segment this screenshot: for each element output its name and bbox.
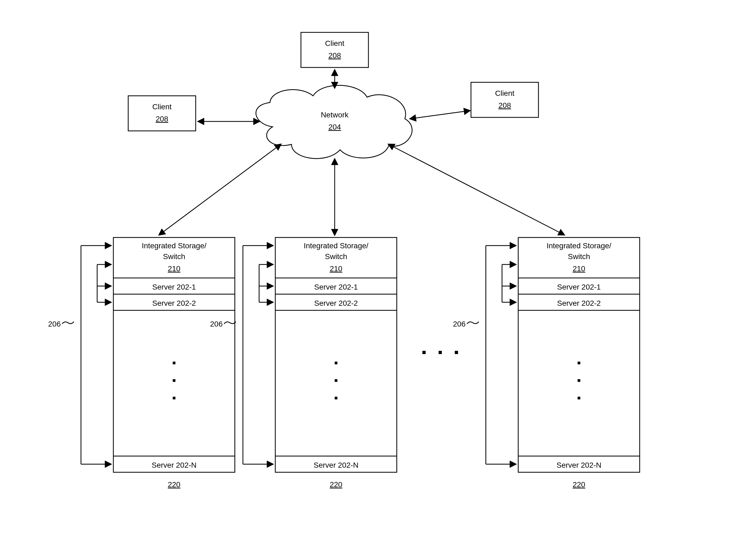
leader-tilde-icon <box>62 322 74 324</box>
ellipsis-icon <box>173 379 175 382</box>
client-top: Client 208 <box>301 32 369 68</box>
svg-rect-14 <box>439 351 442 354</box>
bus-bracket <box>81 246 111 464</box>
bus-ref: 206 <box>48 320 61 328</box>
client-label: Client <box>325 39 344 48</box>
ellipsis-icon <box>422 351 458 354</box>
switch-label: Switch <box>163 252 185 261</box>
network-label: Network <box>321 111 349 119</box>
ellipsis-icon <box>173 362 175 364</box>
network-cloud: Network 204 <box>256 85 412 158</box>
server-2-label: Server 202-2 <box>152 299 196 307</box>
switch-ref: 210 <box>168 264 181 273</box>
client-left: Client 208 <box>128 96 196 131</box>
server-1-label: Server 202-1 <box>152 283 196 291</box>
client-network-link <box>410 111 470 119</box>
rack-ref: 220 <box>168 480 181 489</box>
svg-rect-0 <box>301 32 369 68</box>
network-ref: 204 <box>329 123 341 131</box>
server-rack-2 <box>210 237 397 489</box>
svg-rect-2 <box>471 82 538 117</box>
client-ref: 208 <box>499 101 511 110</box>
client-ref: 208 <box>329 51 341 60</box>
rack-network-link <box>389 144 564 235</box>
server-rack-3 <box>453 237 640 489</box>
svg-rect-15 <box>455 351 458 354</box>
server-rack: Integrated Storage/ Switch 210 Server 20… <box>48 237 235 489</box>
integrated-storage-label: Integrated Storage/ <box>142 241 207 250</box>
svg-rect-1 <box>128 96 196 131</box>
client-ref: 208 <box>156 115 168 123</box>
server-n-label: Server 202-N <box>152 461 197 469</box>
client-right: Client 208 <box>471 82 538 117</box>
client-label: Client <box>495 89 515 97</box>
ellipsis-icon <box>173 397 175 399</box>
client-label: Client <box>152 102 172 111</box>
rack-network-link <box>159 144 281 235</box>
svg-rect-13 <box>422 351 426 354</box>
